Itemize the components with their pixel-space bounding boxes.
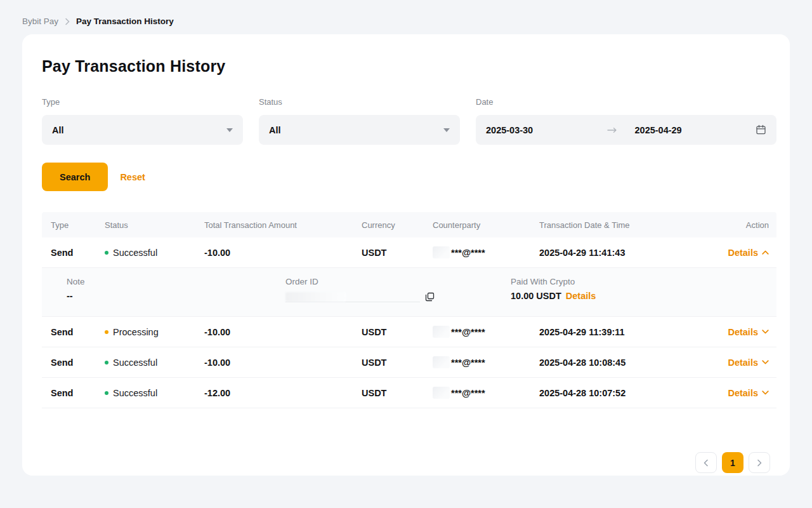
cell-amount: -10.00: [204, 248, 362, 258]
search-button[interactable]: Search: [42, 163, 108, 191]
status-filter-label: Status: [259, 97, 460, 107]
pagination-prev-button[interactable]: [695, 452, 717, 473]
cell-status: Successful: [105, 248, 204, 258]
date-end-value[interactable]: 2025-04-29: [617, 125, 756, 135]
cell-datetime: 2025-04-28 10:07:52: [539, 388, 719, 398]
table-row: Send Successful -10.00 USDT ***@**** 202…: [42, 347, 776, 378]
cell-status: Processing: [105, 327, 204, 337]
cell-counterparty: ***@****: [433, 356, 539, 368]
redacted-counterparty-prefix: [433, 326, 450, 338]
header-datetime: Transaction Date & Time: [539, 220, 719, 230]
page-title: Pay Transaction History: [42, 57, 770, 76]
counterparty-masked: ***@****: [451, 248, 485, 258]
status-dot: [105, 330, 108, 334]
table-header-row: Type Status Total Transaction Amount Cur…: [42, 212, 776, 237]
type-select[interactable]: All: [42, 115, 243, 145]
chevron-left-icon: [704, 459, 709, 467]
cell-currency: USDT: [362, 248, 433, 258]
detail-order-id: Order ID: [285, 277, 511, 316]
detail-paid-with-crypto: Paid With Crypto 10.00 USDT Details: [511, 277, 776, 316]
caret-down-icon: [443, 128, 450, 132]
redacted-counterparty-prefix: [433, 246, 450, 258]
status-select[interactable]: All: [259, 115, 460, 145]
header-status: Status: [105, 220, 204, 230]
details-toggle[interactable]: Details: [728, 327, 769, 337]
cell-datetime: 2025-04-28 10:08:45: [539, 358, 719, 368]
counterparty-masked: ***@****: [451, 358, 485, 368]
arrow-right-icon: [607, 127, 617, 133]
chevron-up-icon: [762, 250, 769, 255]
cell-type: Send: [51, 248, 105, 258]
status-text: Processing: [113, 327, 159, 337]
header-currency: Currency: [362, 220, 433, 230]
cell-status: Successful: [105, 388, 204, 398]
date-range-picker[interactable]: 2025-03-30 2025-04-29: [476, 115, 776, 145]
cell-amount: -12.00: [204, 388, 362, 398]
status-dot: [105, 391, 108, 395]
header-action: Action: [719, 220, 776, 230]
redacted-counterparty-prefix: [433, 356, 450, 368]
header-amount: Total Transaction Amount: [204, 220, 362, 230]
cell-amount: -10.00: [204, 358, 362, 368]
counterparty-masked: ***@****: [451, 388, 485, 398]
paid-details-link[interactable]: Details: [566, 291, 596, 301]
chevron-down-icon: [762, 391, 769, 395]
table-row: Send Successful -12.00 USDT ***@**** 202…: [42, 378, 776, 408]
cell-action: Details: [719, 357, 776, 368]
cell-currency: USDT: [362, 358, 433, 368]
status-dot: [105, 361, 108, 364]
reset-button[interactable]: Reset: [120, 172, 145, 182]
main-card: Pay Transaction History Type All Status …: [22, 34, 790, 476]
status-dot: [105, 251, 108, 255]
redacted-order-id: [285, 292, 346, 302]
filters-row: Type All Status All Date 2025-03-30 2025…: [42, 97, 770, 145]
filter-actions: Search Reset: [42, 163, 770, 191]
pagination: 1: [695, 452, 770, 473]
date-start-value[interactable]: 2025-03-30: [486, 125, 607, 135]
breadcrumb-parent-link[interactable]: Bybit Pay: [22, 17, 58, 26]
details-toggle[interactable]: Details: [728, 388, 769, 398]
cell-type: Send: [51, 388, 105, 398]
cell-status: Successful: [105, 358, 204, 368]
breadcrumb-current: Pay Transaction History: [76, 17, 174, 26]
header-counterparty: Counterparty: [433, 220, 539, 230]
details-label: Details: [728, 358, 758, 368]
cell-datetime: 2025-04-29 11:39:11: [539, 327, 719, 337]
status-text: Successful: [113, 358, 157, 368]
details-label: Details: [728, 388, 758, 398]
caret-down-icon: [226, 128, 233, 132]
chevron-down-icon: [762, 330, 769, 334]
status-text: Successful: [113, 248, 157, 258]
redacted-counterparty-prefix: [433, 387, 450, 399]
details-label: Details: [728, 248, 758, 258]
order-id-value: [285, 291, 420, 302]
copy-icon[interactable]: [425, 292, 435, 302]
paid-with-crypto-row: 10.00 USDT Details: [511, 291, 776, 301]
note-value: --: [67, 291, 285, 301]
details-toggle[interactable]: Details: [728, 248, 769, 258]
calendar-icon[interactable]: [756, 124, 766, 135]
status-filter-group: Status All: [259, 97, 460, 145]
status-text: Successful: [113, 388, 157, 398]
row-detail-panel: Note -- Order ID Paid With Crypto 10.00 …: [42, 268, 776, 317]
pagination-next-button[interactable]: [749, 452, 770, 473]
paid-with-crypto-value: 10.00 USDT: [511, 291, 561, 301]
date-filter-label: Date: [476, 97, 776, 107]
header-type: Type: [51, 220, 105, 230]
chevron-right-icon: [65, 18, 70, 25]
order-id-value-row: [285, 291, 511, 302]
details-toggle[interactable]: Details: [728, 358, 769, 368]
pagination-page-1-button[interactable]: 1: [722, 452, 743, 473]
cell-amount: -10.00: [204, 327, 362, 337]
detail-note: Note --: [67, 277, 285, 316]
type-select-value: All: [52, 125, 64, 135]
cell-type: Send: [51, 358, 105, 368]
chevron-down-icon: [762, 360, 769, 364]
cell-currency: USDT: [362, 388, 433, 398]
counterparty-masked: ***@****: [451, 327, 485, 337]
breadcrumb: Bybit Pay Pay Transaction History: [0, 0, 812, 34]
cell-action: Details: [719, 387, 776, 399]
cell-counterparty: ***@****: [433, 387, 539, 399]
details-label: Details: [728, 327, 758, 337]
cell-currency: USDT: [362, 327, 433, 337]
